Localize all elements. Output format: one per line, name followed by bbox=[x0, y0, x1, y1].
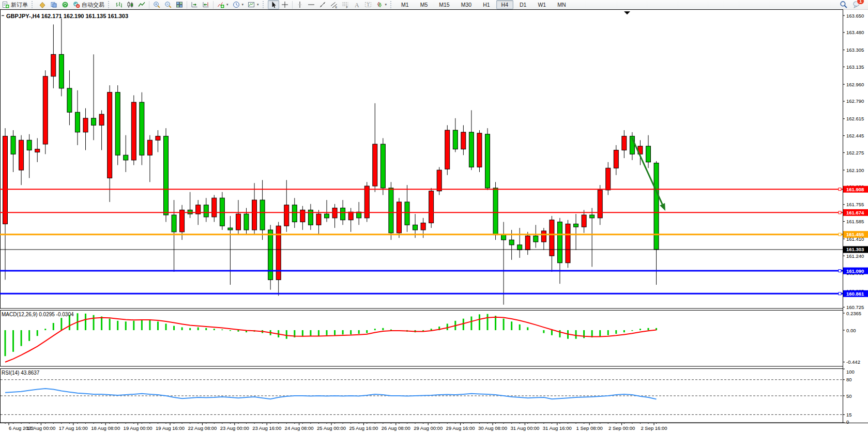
bar-chart-button[interactable] bbox=[113, 0, 125, 9]
text-icon: A bbox=[353, 1, 360, 8]
candlestick-chart-button[interactable] bbox=[125, 0, 136, 9]
time-tick-label: 1 Sep 08:00 bbox=[576, 425, 603, 431]
timeframe-button-d1[interactable]: D1 bbox=[514, 0, 531, 9]
rsi-tick-label: 80 bbox=[846, 377, 852, 382]
new-order-button[interactable]: 新订单 bbox=[0, 0, 30, 9]
toolbar-grip bbox=[263, 1, 266, 8]
candle-body bbox=[83, 118, 88, 132]
candle-body bbox=[147, 140, 152, 155]
hline-handle[interactable] bbox=[839, 233, 841, 236]
periods-button[interactable]: ▾ bbox=[231, 0, 246, 9]
zoom-in-button[interactable] bbox=[151, 0, 162, 9]
time-tick-label: 25 Aug 16:00 bbox=[349, 425, 378, 431]
crosshair-button[interactable] bbox=[279, 0, 291, 9]
candle-body bbox=[59, 54, 64, 88]
hline-handle[interactable] bbox=[839, 211, 841, 214]
candle-body bbox=[461, 132, 466, 149]
toolbar-buttons: 新订单自动交易▾▾▾EFAT▾ bbox=[0, 0, 395, 9]
horizontal-line-icon bbox=[308, 1, 315, 8]
navigator-button[interactable] bbox=[48, 0, 59, 9]
price-tick-label: 161.585 bbox=[846, 219, 864, 224]
candle-body bbox=[397, 202, 401, 233]
timeframe-button-h1[interactable]: H1 bbox=[478, 0, 495, 9]
timeframe-button-mn[interactable]: MN bbox=[552, 0, 571, 9]
candle-body bbox=[622, 136, 627, 150]
macd-tick-label: -0.442 bbox=[846, 359, 860, 365]
equidistant-channel-button[interactable]: E bbox=[328, 0, 340, 9]
macd-axis: 0.23650.00-0.442 bbox=[843, 311, 861, 365]
hline-handle[interactable] bbox=[839, 188, 841, 191]
arrows-button[interactable]: ▾ bbox=[374, 0, 389, 9]
candle-body bbox=[501, 235, 506, 240]
symbol-menu-icon[interactable] bbox=[2, 16, 4, 17]
search-icon[interactable] bbox=[840, 1, 847, 9]
candle-body bbox=[534, 236, 538, 242]
candle-body bbox=[43, 76, 48, 144]
price-badge-label: 161.908 bbox=[846, 187, 864, 192]
trendline-button[interactable] bbox=[317, 0, 328, 9]
toolbar-separator bbox=[149, 1, 149, 9]
text-label-button[interactable]: T bbox=[362, 0, 374, 9]
candle-body bbox=[156, 136, 160, 141]
cursor-button[interactable] bbox=[268, 0, 279, 9]
equidistant-channel-icon: E bbox=[330, 1, 338, 8]
chevron-down-icon: ▾ bbox=[226, 3, 229, 7]
text-button[interactable]: A bbox=[351, 0, 362, 9]
candle-body bbox=[108, 92, 112, 178]
time-tick-label: 25 Aug 00:00 bbox=[317, 425, 346, 431]
timeframe-button-m1[interactable]: M1 bbox=[396, 0, 414, 9]
market-watch-button[interactable] bbox=[37, 0, 48, 9]
toolbar-grip bbox=[390, 1, 393, 8]
candle-body bbox=[204, 205, 208, 217]
templates-button[interactable]: ▾ bbox=[246, 0, 261, 9]
price-badge-label: 161.303 bbox=[846, 246, 864, 252]
price-tick-label: 162.445 bbox=[846, 133, 864, 138]
vertical-line-icon bbox=[296, 1, 303, 8]
candle-body bbox=[11, 136, 16, 154]
autotrading-button[interactable]: 自动交易 bbox=[71, 0, 106, 9]
chat-icon[interactable]: 1 bbox=[852, 1, 861, 9]
candle-body bbox=[131, 102, 136, 160]
line-chart-button[interactable] bbox=[136, 0, 147, 9]
time-tick-label: 30 Aug 08:00 bbox=[478, 425, 507, 431]
hline-handle[interactable] bbox=[839, 292, 841, 295]
auto-scroll-button[interactable] bbox=[189, 0, 200, 9]
vertical-line-button[interactable] bbox=[294, 0, 306, 9]
candle-body bbox=[614, 150, 618, 168]
timeframe-button-m30[interactable]: M30 bbox=[456, 0, 477, 9]
new-order-icon bbox=[2, 1, 9, 8]
candle-body bbox=[325, 214, 329, 218]
indicators-button[interactable]: ▾ bbox=[215, 0, 231, 9]
chart-shift-icon bbox=[202, 1, 209, 8]
timeframe-button-h4[interactable]: H4 bbox=[496, 0, 513, 9]
candle-body bbox=[509, 240, 514, 245]
price-tick-label: 160.725 bbox=[846, 304, 864, 310]
chart-canvas[interactable]: 163.650163.480163.305163.135162.960162.7… bbox=[0, 9, 868, 433]
timeframe-button-w1[interactable]: W1 bbox=[532, 0, 551, 9]
candle-body bbox=[590, 215, 595, 218]
tile-windows-button[interactable] bbox=[174, 0, 185, 9]
timeframe-button-m15[interactable]: M15 bbox=[434, 0, 454, 9]
horizontal-line-button[interactable] bbox=[306, 0, 317, 9]
hline-handle[interactable] bbox=[839, 270, 841, 272]
rsi-tick-label: 15 bbox=[846, 412, 852, 417]
periods-icon bbox=[233, 1, 240, 8]
time-tick-label: 2 Sep 00:00 bbox=[608, 425, 635, 431]
toolbar-right: 1 bbox=[840, 1, 868, 9]
chevron-down-icon: ▾ bbox=[242, 3, 244, 7]
time-tick-label: 23 Aug 00:00 bbox=[220, 425, 249, 431]
autotrading-label: 自动交易 bbox=[82, 1, 104, 9]
news-icon bbox=[62, 1, 69, 8]
news-button[interactable] bbox=[59, 0, 71, 9]
chart-shift-button[interactable] bbox=[200, 0, 211, 9]
timeframe-button-m5[interactable]: M5 bbox=[415, 0, 433, 9]
toolbar-grip bbox=[32, 1, 35, 8]
candle-body bbox=[453, 130, 458, 149]
cursor-icon bbox=[270, 1, 277, 8]
fibonacci-button[interactable]: F bbox=[340, 0, 351, 9]
zoom-out-button[interactable] bbox=[162, 0, 174, 9]
toolbar-separator bbox=[213, 1, 214, 9]
candle-body bbox=[75, 112, 80, 132]
candle-body bbox=[421, 223, 425, 230]
time-tick-label: 29 Aug 00:00 bbox=[414, 425, 443, 431]
